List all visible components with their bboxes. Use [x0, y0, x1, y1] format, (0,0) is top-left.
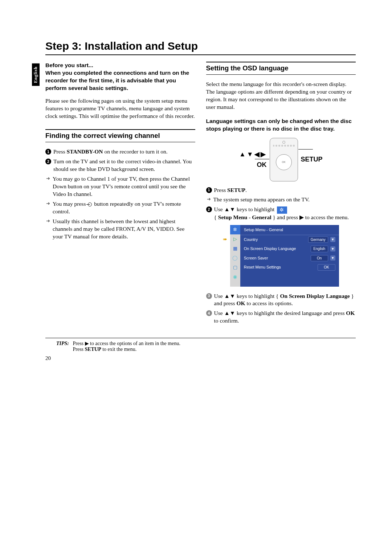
input-source-icon [88, 202, 92, 206]
before-body: When you completed the connections and t… [45, 70, 189, 91]
arrow2-a: You may press [53, 201, 87, 207]
step-1-left: 1 Press STANDBY-ON on the recorder to tu… [45, 148, 195, 156]
dropdown-icon: ▼ [330, 246, 335, 251]
arrow-front-avin: Usually this channel is between the lowe… [45, 218, 195, 241]
menu-row-country: Country Germany ▼ [240, 235, 339, 245]
before-you-start: Before you start... When you completed t… [45, 62, 195, 92]
title-rule [45, 54, 356, 55]
menu-value-screensaver: On [311, 255, 328, 262]
right-column: Setting the OSD language Select the menu… [206, 62, 356, 327]
step-1-right: 1 Press SETUP. [206, 187, 356, 194]
tips-label: TIPS: [56, 341, 69, 346]
s1-a: Press [53, 148, 67, 155]
menu-label-country: Country [244, 237, 306, 242]
menu-title: Setup Menu - General [240, 225, 339, 235]
osd-bold-note: Language settings can only be changed wh… [206, 118, 356, 133]
menu-row-screensaver: Screen Saver On ▼ [240, 254, 339, 263]
menu-main: Setup Menu - General Country Germany ▼ O… [240, 225, 339, 287]
r2-a: Use ▲▼ keys to highlight [214, 206, 276, 212]
section-rule-1 [45, 142, 195, 142]
tips-line2-setup: SETUP [85, 347, 101, 352]
remote-diagram: ▲▼◀▶ OK OK SETUP [206, 138, 356, 181]
r2-c: } and press ▶ to access the menu. [271, 214, 349, 220]
section-finding-channel: Finding the correct viewing channel [45, 129, 195, 140]
page-number: 20 [45, 355, 356, 361]
setup-menu-figure: ➠ ✲ ▷ ▦ ◯ ▢ ◉ Setup Menu - General Count… [223, 225, 339, 287]
intro-para: Please see the following pages on using … [45, 97, 195, 120]
r3-ok: OK [237, 300, 245, 306]
setup-label: SETUP [301, 155, 323, 164]
before-label: Before you start... [45, 62, 93, 68]
step-number-2-icon: 2 [45, 159, 51, 164]
step-number-2r-icon: 2 [206, 206, 212, 212]
step-3-right: 3 Use ▲▼ keys to highlight { On Screen D… [206, 292, 356, 308]
language-tab: English [32, 64, 40, 86]
r3-bold: On Screen Display Language [280, 293, 350, 299]
r2-b: { [214, 214, 218, 220]
r4-ok: OK [346, 310, 355, 316]
menu-label-screensaver: Screen Saver [244, 255, 309, 261]
section-osd-language: Setting the OSD language [206, 62, 356, 73]
r1-a: Press [214, 187, 228, 193]
arrow-channel1: You may go to Channel 1 of your TV, then… [45, 175, 195, 198]
r1-setup: SETUP [227, 187, 245, 193]
menu-tab-general-icon: ✲ [230, 225, 240, 234]
page-title: Step 3: Installation and Setup [45, 40, 356, 52]
tips-line2a: Press [73, 347, 85, 352]
step-number-4r-icon: 4 [206, 310, 212, 316]
r4-b: to confirm. [214, 318, 239, 324]
r1-arrow: The system setup menu appears on the TV. [206, 196, 356, 204]
tips-line1: Press ▶ to access the options of an item… [73, 341, 180, 346]
menu-label-osdlang: On Screen Display Language [244, 246, 309, 251]
tips-line2b: to exit the menu. [101, 347, 137, 352]
menu-tab-play-icon: ▷ [230, 234, 240, 244]
s1-standby-on: STANDBY-ON [67, 148, 103, 155]
step-4-right: 4 Use ▲▼ keys to highlight the desired l… [206, 310, 356, 325]
tips-block: TIPS: Press ▶ to access the options of a… [56, 340, 356, 352]
arrow-keys-label: ▲▼◀▶ [239, 149, 267, 160]
r4-a: Use ▲▼ keys to highlight the desired lan… [214, 310, 346, 316]
menu-label-reset: Reset Menu Settings [244, 265, 316, 270]
r1-b: . [245, 187, 247, 193]
s2-text: Turn on the TV and set it to the correct… [53, 158, 195, 173]
step-number-1-icon: 1 [45, 149, 51, 155]
tips-rule [45, 338, 356, 338]
menu-value-reset: OK [318, 264, 335, 271]
content-columns: Before you start... When you completed t… [45, 62, 356, 327]
step-number-3r-icon: 3 [206, 293, 212, 299]
menu-sidebar: ✲ ▷ ▦ ◯ ▢ ◉ [230, 225, 240, 287]
r3-a: Use ▲▼ keys to highlight { [214, 293, 280, 299]
arrow-input-button: You may press button repeatedly on your … [45, 200, 195, 216]
dropdown-icon: ▼ [330, 237, 335, 242]
dropdown-icon: ▼ [330, 255, 335, 261]
s1-b: on the recorder to turn it on. [103, 148, 168, 155]
left-column: Before you start... When you completed t… [45, 62, 195, 327]
menu-tab-tv-icon: ▢ [230, 263, 240, 272]
menu-tab-record-icon: ▦ [230, 244, 240, 253]
menu-tab-clock-icon: ◉ [230, 272, 240, 282]
general-menu-icon [277, 206, 287, 214]
r3-c: to access its options. [245, 300, 293, 306]
ok-label: OK [239, 160, 267, 170]
remote-labels-left: ▲▼◀▶ OK [239, 149, 267, 170]
menu-row-reset: Reset Menu Settings OK [240, 263, 339, 272]
osd-intro: Select the menu language for this record… [206, 81, 356, 111]
menu-tab-disc-icon: ◯ [230, 253, 240, 263]
remote-control-icon: OK [270, 138, 298, 181]
step-2-right: 2 Use ▲▼ keys to highlight { Setup Menu … [206, 206, 356, 221]
step-number-1r-icon: 1 [206, 187, 212, 193]
r2-bold: Setup Menu - General [218, 214, 271, 220]
section-rule-2 [206, 74, 356, 75]
menu-value-osdlang: English [311, 246, 328, 252]
menu-pointer-icon: ➠ [223, 225, 230, 287]
menu-value-country: Germany [308, 237, 328, 243]
step-2-left: 2 Turn on the TV and set it to the corre… [45, 158, 195, 173]
menu-row-osdlang: On Screen Display Language English ▼ [240, 244, 339, 254]
